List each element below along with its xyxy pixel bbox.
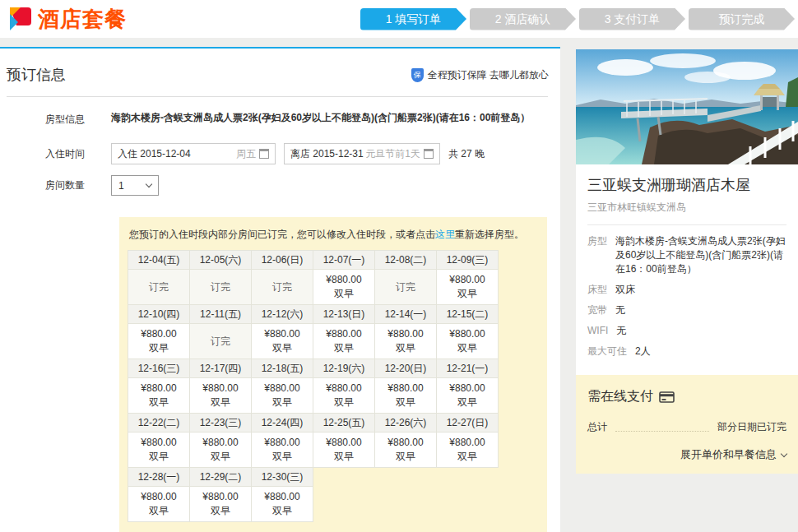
logo-text: 酒店套餐 — [38, 5, 127, 34]
hotel-info-card: 三亚蜈支洲珊瑚酒店木屋 三亚市林旺镇蜈支洲岛 房型海韵木楼房-含蜈支洲岛成人票2… — [576, 164, 798, 375]
calendar-price-cell: ¥880.00双早 — [128, 323, 190, 359]
detail-label: 房型 — [587, 234, 607, 248]
calendar-empty-cell — [313, 467, 375, 487]
calendar-date-cell: 12-17(四) — [189, 359, 252, 378]
hotel-name: 三亚蜈支洲珊瑚酒店木屋 — [587, 175, 786, 195]
guarantee-badge[interactable]: 保 全程预订保障 去哪儿都放心 — [411, 68, 549, 82]
availability-box: 您预订的入住时段内部分房间已订完，您可以修改入住时段，或者点击这里重新选择房型。… — [119, 217, 547, 532]
calendar-date-cell: 12-21(一) — [436, 359, 499, 378]
checkout-note: 元旦节前1天 — [365, 147, 420, 161]
calendar-date-cell: 12-28(一) — [128, 467, 190, 487]
hotel-detail-row: 最大可住2人 — [587, 345, 786, 359]
site-logo[interactable]: 酒店套餐 — [8, 5, 127, 34]
hotel-detail-row: 房型海韵木楼房-含蜈支洲岛成人票2张(孕妇及60岁以上不能登岛)(含门船票2张)… — [587, 234, 786, 276]
calendar-empty-cell — [374, 467, 437, 487]
calendar-date-cell: 12-11(五) — [189, 304, 252, 324]
calendar-price-cell: ¥880.00双早 — [313, 377, 375, 414]
calendar-empty-cell — [436, 467, 499, 487]
calendar-date-cell: 12-14(一) — [374, 304, 437, 324]
payment-title: 需在线支付 — [587, 388, 653, 405]
chevron-down-icon — [781, 451, 787, 457]
checkout-date-input[interactable]: 离店 2015-12-31 元旦节前1天 — [284, 143, 440, 164]
calendar-date-cell: 12-29(二) — [189, 467, 252, 487]
page-title: 预订信息 — [7, 65, 66, 85]
hotel-sidebar: 三亚蜈支洲珊瑚酒店木屋 三亚市林旺镇蜈支洲岛 房型海韵木楼房-含蜈支洲岛成人票2… — [576, 49, 798, 474]
shield-icon: 保 — [411, 68, 424, 82]
total-status: 部分日期已订完 — [717, 420, 786, 434]
room-quantity-value: 1 — [118, 180, 124, 192]
calendar-date-cell: 12-09(三) — [436, 250, 499, 270]
calendar-soldout-cell: 订完 — [189, 269, 252, 305]
calendar-date-cell: 12-07(一) — [313, 250, 375, 270]
detail-value: 海韵木楼房-含蜈支洲岛成人票2张(孕妇及60岁以上不能登岛)(含门船票2张)(请… — [615, 234, 786, 276]
chevron-down-icon — [146, 181, 152, 187]
room-type-label: 房型信息 — [45, 109, 111, 127]
calendar-date-cell: 12-15(二) — [436, 304, 499, 324]
step-2: 2 酒店确认 — [470, 8, 576, 30]
calendar-price-cell: ¥880.00双早 — [251, 432, 313, 468]
calendar-price-cell: ¥880.00双早 — [313, 432, 375, 468]
payment-box: 需在线支付 总计 部分日期已订完 展开单价和早餐信息 — [576, 375, 798, 474]
calendar-price-cell: ¥880.00双早 — [189, 377, 252, 414]
top-bar: 酒店套餐 1 填写订单2 酒店确认3 支付订单预订完成 — [0, 0, 798, 38]
checkin-weekday: 周五 — [236, 147, 256, 161]
calendar-date-cell: 12-30(三) — [251, 467, 313, 487]
calendar-soldout-cell: 订完 — [374, 269, 437, 305]
detail-label: WIFI — [587, 324, 608, 338]
room-quantity-select[interactable]: 1 — [111, 175, 159, 196]
checkout-date-value: 离店 2015-12-31 — [290, 147, 364, 161]
room-type-value: 海韵木楼房-含蜈支洲岛成人票2张(孕妇及60岁以上不能登岛)(含门船票2张)(请… — [111, 109, 547, 127]
detail-value: 2人 — [635, 345, 651, 359]
hotel-detail-row: WIFI无 — [587, 324, 786, 338]
guarantee-text: 全程预订保障 去哪儿都放心 — [428, 68, 549, 82]
calendar-price-cell: ¥880.00双早 — [313, 323, 375, 359]
calendar-date-cell: 12-27(日) — [436, 413, 499, 433]
detail-value: 无 — [615, 303, 625, 317]
availability-calendar: 12-04(五)12-05(六)12-06(日)12-07(一)12-08(二)… — [128, 250, 504, 521]
checkin-date-input[interactable]: 入住 2015-12-04 周五 — [111, 143, 276, 164]
divider — [7, 96, 548, 97]
calendar-date-cell: 12-22(二) — [128, 413, 190, 433]
calendar-price-cell: ¥880.00双早 — [436, 269, 499, 305]
calendar-price-cell: ¥880.00双早 — [374, 323, 437, 359]
reselect-room-link[interactable]: 这里 — [435, 229, 455, 240]
calendar-price-cell: ¥880.00双早 — [436, 323, 499, 359]
calendar-date-cell: 12-05(六) — [189, 250, 252, 270]
qunar-logo-icon — [8, 6, 33, 32]
calendar-price-cell: ¥880.00双早 — [189, 432, 252, 468]
stay-dates-label: 入住时间 — [45, 147, 111, 161]
calendar-date-cell: 12-04(五) — [128, 250, 190, 270]
calendar-price-cell: ¥880.00双早 — [128, 486, 190, 522]
calendar-icon — [424, 149, 434, 159]
room-quantity-label: 房间数量 — [45, 178, 111, 192]
calendar-price-cell: ¥880.00双早 — [374, 432, 437, 468]
detail-label: 最大可住 — [587, 345, 627, 359]
notice-text: 重新选择房型。 — [455, 229, 524, 240]
divider — [587, 224, 786, 225]
calendar-soldout-cell: 订完 — [128, 269, 190, 305]
steps-nav: 1 填写订单2 酒店确认3 支付订单预订完成 — [360, 8, 795, 30]
calendar-date-cell: 12-20(日) — [374, 359, 437, 378]
calendar-price-cell: ¥880.00双早 — [313, 269, 375, 305]
calendar-price-cell: ¥880.00双早 — [189, 486, 252, 522]
detail-label: 床型 — [587, 283, 607, 297]
hotel-detail-row: 床型双床 — [587, 283, 786, 297]
calendar-soldout-cell: 订完 — [251, 269, 313, 305]
step-1: 1 填写订单 — [360, 8, 466, 30]
calendar-date-cell: 12-23(三) — [189, 413, 252, 433]
calendar-empty-cell — [313, 486, 375, 522]
calendar-price-cell: ¥880.00双早 — [374, 377, 437, 414]
hotel-address: 三亚市林旺镇蜈支洲岛 — [587, 201, 786, 215]
total-label: 总计 — [587, 420, 607, 434]
calendar-date-cell: 12-12(六) — [251, 304, 313, 324]
calendar-date-cell: 12-08(二) — [374, 250, 437, 270]
calendar-price-cell: ¥880.00双早 — [251, 486, 313, 522]
hotel-detail-row: 宽带无 — [587, 303, 786, 317]
step-4: 预订完成 — [689, 8, 795, 30]
expand-price-info-link[interactable]: 展开单价和早餐信息 — [680, 447, 786, 462]
calendar-price-cell: ¥880.00双早 — [436, 432, 499, 468]
step-3: 3 支付订单 — [579, 8, 685, 30]
hotel-details-list: 房型海韵木楼房-含蜈支洲岛成人票2张(孕妇及60岁以上不能登岛)(含门船票2张)… — [587, 234, 786, 359]
calendar-date-cell: 12-13(日) — [313, 304, 375, 324]
calendar-date-cell: 12-24(四) — [251, 413, 313, 433]
